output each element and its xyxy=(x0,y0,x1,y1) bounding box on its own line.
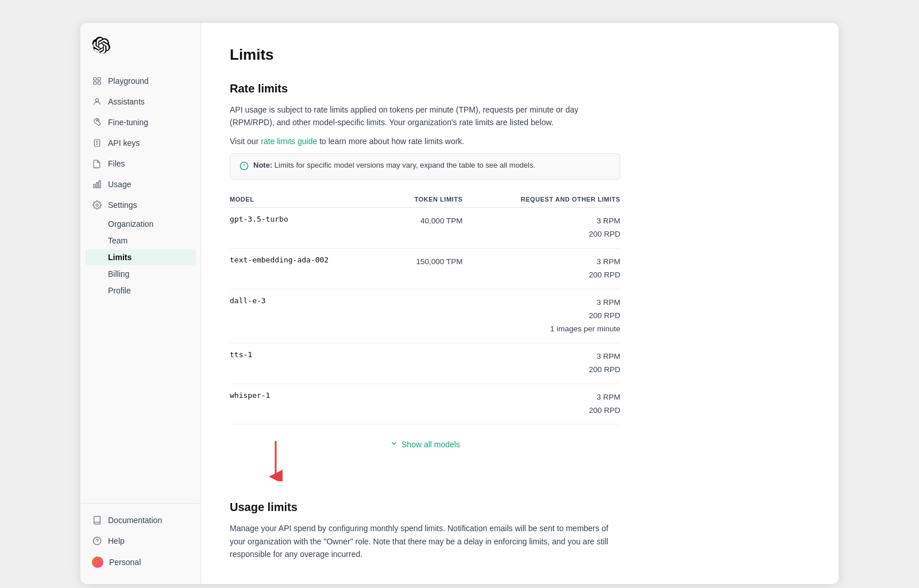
usage-limits-description: Manage your API spend by configuring mon… xyxy=(230,522,620,560)
usage-limits-title: Usage limits xyxy=(230,501,810,514)
table-row: dall-e-3 3 RPM200 RPD1 images per minute xyxy=(230,289,620,343)
svg-point-4 xyxy=(95,99,98,102)
note-box: Note: Limits for specific model versions… xyxy=(230,153,620,180)
desc2-suffix: to learn more about how rate limits work… xyxy=(317,137,464,146)
svg-point-13 xyxy=(96,204,98,206)
table-row: text-embedding-ada-002 150,000 TPM 3 RPM… xyxy=(230,249,620,289)
assistants-icon xyxy=(92,96,102,107)
svg-rect-3 xyxy=(98,82,101,84)
sidebar-bottom: Documentation Help Personal xyxy=(80,503,200,572)
show-all-label: Show all models xyxy=(401,440,460,449)
sidebar-item-documentation[interactable]: Documentation xyxy=(85,510,196,530)
sidebar-item-help[interactable]: Help xyxy=(85,531,196,551)
sidebar: Playground Assistants xyxy=(80,23,201,584)
sidebar-item-api-keys[interactable]: API keys xyxy=(85,133,196,153)
request-limit: 3 RPM200 RPD xyxy=(462,343,620,384)
svg-point-16 xyxy=(93,537,101,544)
rate-limits-description1: API usage is subject to rate limits appl… xyxy=(230,103,620,129)
app-container: Playground Assistants xyxy=(80,23,839,584)
rate-limits-description2: Visit our rate limits guide to learn mor… xyxy=(230,135,620,148)
svg-rect-12 xyxy=(99,181,101,188)
note-content: Limits for specific model versions may v… xyxy=(275,161,535,169)
sidebar-item-personal[interactable]: Personal xyxy=(85,552,196,572)
profile-label: Profile xyxy=(108,286,131,295)
down-arrow-annotation xyxy=(264,441,287,483)
sidebar-item-usage[interactable]: Usage xyxy=(85,175,196,194)
col-model: MODEL xyxy=(230,191,386,208)
token-limit xyxy=(386,343,462,384)
sidebar-sub-item-organization[interactable]: Organization xyxy=(85,216,196,232)
api-keys-icon xyxy=(92,138,102,148)
chevron-down-icon xyxy=(390,439,398,449)
playground-label: Playground xyxy=(108,76,149,86)
svg-rect-1 xyxy=(98,78,101,80)
svg-rect-0 xyxy=(94,78,96,80)
sidebar-nav: Playground Assistants xyxy=(80,71,200,496)
token-limit: 150,000 TPM xyxy=(386,249,462,289)
sidebar-item-settings[interactable]: Settings xyxy=(85,195,196,215)
model-name: gpt-3.5-turbo xyxy=(230,208,386,249)
sidebar-sub-item-team[interactable]: Team xyxy=(85,233,196,249)
api-keys-label: API keys xyxy=(108,138,140,148)
usage-limits-section: Usage limits Manage your API spend by co… xyxy=(230,501,810,560)
col-request-limits: REQUEST AND OTHER LIMITS xyxy=(462,191,620,208)
table-row: gpt-3.5-turbo 40,000 TPM 3 RPM200 RPD xyxy=(230,208,620,249)
help-label: Help xyxy=(108,536,125,546)
organization-label: Organization xyxy=(108,219,153,229)
rate-limits-guide-link[interactable]: rate limits guide xyxy=(261,137,317,146)
limits-table: MODEL TOKEN LIMITS REQUEST AND OTHER LIM… xyxy=(230,191,620,424)
documentation-label: Documentation xyxy=(108,516,162,525)
usage-icon xyxy=(92,179,102,189)
help-icon xyxy=(92,536,102,546)
assistants-label: Assistants xyxy=(108,97,145,106)
sidebar-sub-item-billing[interactable]: Billing xyxy=(85,266,196,282)
table-wrapper: MODEL TOKEN LIMITS REQUEST AND OTHER LIM… xyxy=(230,191,620,455)
token-limit: 40,000 TPM xyxy=(386,208,462,249)
files-icon xyxy=(92,158,102,169)
sidebar-item-fine-tuning[interactable]: Fine-tuning xyxy=(85,113,196,132)
note-text: Note: Limits for specific model versions… xyxy=(253,161,535,169)
billing-label: Billing xyxy=(108,269,129,278)
rate-limits-title: Rate limits xyxy=(230,82,810,95)
sidebar-item-playground[interactable]: Playground xyxy=(85,71,196,91)
personal-label: Personal xyxy=(109,558,141,567)
token-limit xyxy=(386,384,462,424)
fine-tuning-icon xyxy=(92,117,102,127)
col-token-limits: TOKEN LIMITS xyxy=(386,191,462,208)
limits-label: Limits xyxy=(108,253,132,262)
desc2-prefix: Visit our xyxy=(230,137,261,146)
request-limit: 3 RPM200 RPD xyxy=(462,384,620,424)
sidebar-item-assistants[interactable]: Assistants xyxy=(85,92,196,111)
rate-limits-section: Rate limits API usage is subject to rate… xyxy=(230,82,810,455)
token-limit xyxy=(386,289,462,343)
files-label: Files xyxy=(108,159,125,168)
sidebar-sub-item-limits[interactable]: Limits xyxy=(85,249,196,265)
main-content: Limits Rate limits API usage is subject … xyxy=(201,23,839,584)
documentation-icon xyxy=(92,515,102,525)
model-name: text-embedding-ada-002 xyxy=(230,249,386,289)
info-icon xyxy=(240,161,249,172)
table-row: whisper-1 3 RPM200 RPD xyxy=(230,384,620,424)
svg-rect-2 xyxy=(94,82,96,84)
model-name: tts-1 xyxy=(230,343,386,384)
logo[interactable] xyxy=(80,34,200,71)
usage-label: Usage xyxy=(108,180,131,189)
sidebar-item-files[interactable]: Files xyxy=(85,154,196,173)
model-name: dall-e-3 xyxy=(230,289,386,343)
playground-icon xyxy=(92,76,102,86)
fine-tuning-label: Fine-tuning xyxy=(108,118,148,127)
settings-label: Settings xyxy=(108,200,137,210)
personal-avatar xyxy=(92,556,103,568)
team-label: Team xyxy=(108,236,128,245)
page-title: Limits xyxy=(230,46,810,64)
model-name: whisper-1 xyxy=(230,384,386,424)
svg-rect-11 xyxy=(96,183,98,188)
table-row: tts-1 3 RPM200 RPD xyxy=(230,343,620,384)
settings-icon xyxy=(92,200,102,210)
request-limit: 3 RPM200 RPD xyxy=(462,249,620,289)
request-limit: 3 RPM200 RPD xyxy=(462,208,620,249)
show-all-button[interactable]: Show all models xyxy=(230,434,620,455)
request-limit: 3 RPM200 RPD1 images per minute xyxy=(462,289,620,343)
svg-point-5 xyxy=(96,119,98,121)
sidebar-sub-item-profile[interactable]: Profile xyxy=(85,283,196,299)
